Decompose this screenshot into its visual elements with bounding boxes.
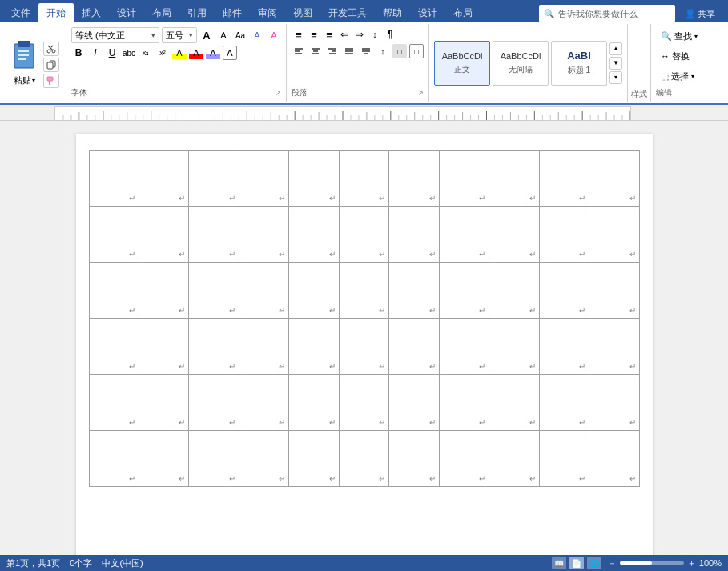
- table-cell[interactable]: ↵: [89, 431, 139, 487]
- table-cell[interactable]: ↵: [189, 375, 239, 431]
- style-heading1[interactable]: AaBl 标题 1: [551, 41, 607, 86]
- font-family-select[interactable]: 等线 (中文正 ▾: [71, 27, 159, 43]
- paste-button[interactable]: 粘贴 ▾: [6, 38, 42, 88]
- replace-button[interactable]: ↔ 替换: [656, 47, 702, 65]
- font-size-select[interactable]: 五号 ▾: [162, 27, 197, 43]
- table-cell[interactable]: ↵: [589, 263, 639, 319]
- border-button[interactable]: A: [223, 46, 237, 60]
- table-cell[interactable]: ↵: [389, 431, 439, 487]
- increase-font-button[interactable]: A: [199, 28, 214, 42]
- find-button[interactable]: 🔍 查找 ▾: [656, 27, 702, 45]
- menu-item-layout[interactable]: 布局: [144, 3, 179, 22]
- share-button[interactable]: 👤 共享: [682, 6, 718, 22]
- table-cell[interactable]: ↵: [339, 207, 388, 263]
- table-cell[interactable]: ↵: [439, 431, 489, 487]
- table-cell[interactable]: ↵: [539, 151, 589, 207]
- menu-item-references[interactable]: 引用: [179, 3, 215, 22]
- table-cell[interactable]: ↵: [89, 375, 139, 431]
- table-cell[interactable]: ↵: [289, 263, 339, 319]
- table-cell[interactable]: ↵: [139, 207, 188, 263]
- table-cell[interactable]: ↵: [189, 263, 239, 319]
- numbering-button[interactable]: ≡: [307, 27, 321, 42]
- document-page[interactable]: ↵↵↵↵↵↵↵↵↵↵↵↵↵↵↵↵↵↵↵↵↵↵↵↵↵↵↵↵↵↵↵↵↵↵↵↵↵↵↵↵…: [76, 134, 653, 571]
- table-cell[interactable]: ↵: [389, 151, 439, 207]
- menu-item-design[interactable]: 设计: [109, 3, 144, 22]
- table-cell[interactable]: ↵: [439, 375, 489, 431]
- table-cell[interactable]: ↵: [339, 375, 388, 431]
- bullets-button[interactable]: ≡: [292, 27, 306, 42]
- table-cell[interactable]: ↵: [239, 151, 288, 207]
- table-cell[interactable]: ↵: [189, 431, 239, 487]
- table-cell[interactable]: ↵: [89, 207, 139, 263]
- style-no-spacing[interactable]: AaBbCcDi 无间隔: [493, 41, 549, 86]
- table-cell[interactable]: ↵: [239, 319, 288, 375]
- line-spacing-button[interactable]: ↕: [376, 44, 390, 58]
- para-expand-icon[interactable]: ↗: [418, 90, 424, 97]
- table-cell[interactable]: ↵: [339, 151, 388, 207]
- table-cell[interactable]: ↵: [289, 375, 339, 431]
- table-cell[interactable]: ↵: [589, 375, 639, 431]
- shading-button[interactable]: A: [206, 46, 220, 60]
- styles-scroll-up-button[interactable]: ▲: [609, 42, 622, 55]
- table-cell[interactable]: ↵: [439, 319, 489, 375]
- indent-more-button[interactable]: ⇒: [352, 27, 367, 42]
- word-table[interactable]: ↵↵↵↵↵↵↵↵↵↵↵↵↵↵↵↵↵↵↵↵↵↵↵↵↵↵↵↵↵↵↵↵↵↵↵↵↵↵↵↵…: [89, 150, 640, 487]
- shading-bg-button[interactable]: □: [392, 44, 407, 58]
- menu-item-review[interactable]: 审阅: [250, 3, 285, 22]
- justify-button[interactable]: [342, 44, 356, 58]
- table-cell[interactable]: ↵: [339, 263, 388, 319]
- table-cell[interactable]: ↵: [239, 263, 288, 319]
- decrease-font-button[interactable]: A: [216, 28, 231, 42]
- table-cell[interactable]: ↵: [239, 431, 288, 487]
- table-cell[interactable]: ↵: [239, 207, 288, 263]
- format-painter-button[interactable]: [43, 74, 59, 88]
- table-cell[interactable]: ↵: [239, 375, 288, 431]
- table-cell[interactable]: ↵: [339, 431, 388, 487]
- table-cell[interactable]: ↵: [489, 263, 539, 319]
- zoom-out-button[interactable]: －: [608, 557, 617, 569]
- sort-button[interactable]: ↕: [368, 27, 382, 42]
- zoom-in-button[interactable]: ＋: [687, 557, 696, 569]
- table-cell[interactable]: ↵: [139, 263, 188, 319]
- clear-format-button[interactable]: A: [250, 28, 264, 42]
- align-right-button[interactable]: [325, 44, 340, 58]
- table-cell[interactable]: ↵: [189, 319, 239, 375]
- bold-button[interactable]: B: [71, 46, 86, 60]
- subscript-button[interactable]: x₂: [139, 46, 153, 60]
- table-cell[interactable]: ↵: [489, 431, 539, 487]
- table-cell[interactable]: ↵: [289, 151, 339, 207]
- styles-scroll-down-button[interactable]: ▼: [609, 57, 622, 70]
- table-cell[interactable]: ↵: [389, 375, 439, 431]
- menu-item-layout2[interactable]: 布局: [445, 3, 481, 22]
- search-box-header[interactable]: 🔍 告诉我你想要做什么: [539, 5, 675, 22]
- table-cell[interactable]: ↵: [439, 263, 489, 319]
- menu-item-file[interactable]: 文件: [3, 3, 38, 22]
- highlight-button[interactable]: A: [172, 46, 187, 60]
- text-effects-button[interactable]: A: [267, 28, 281, 42]
- menu-item-help[interactable]: 帮助: [375, 3, 410, 22]
- table-cell[interactable]: ↵: [439, 207, 489, 263]
- print-layout-button[interactable]: 📄: [569, 557, 584, 569]
- table-cell[interactable]: ↵: [89, 319, 139, 375]
- strikethrough-button[interactable]: abc: [122, 46, 136, 60]
- table-cell[interactable]: ↵: [189, 151, 239, 207]
- underline-button[interactable]: U: [105, 46, 119, 60]
- border-para-button[interactable]: □: [409, 44, 424, 58]
- table-cell[interactable]: ↵: [589, 319, 639, 375]
- table-cell[interactable]: ↵: [539, 207, 589, 263]
- zoom-slider[interactable]: [620, 561, 684, 565]
- select-button[interactable]: ⬚ 选择 ▾: [656, 67, 702, 85]
- distributed-button[interactable]: [359, 44, 373, 58]
- style-normal[interactable]: AaBbCcDi 正文: [434, 41, 490, 86]
- cut-button[interactable]: [43, 42, 59, 56]
- table-cell[interactable]: ↵: [139, 151, 188, 207]
- align-left-button[interactable]: [292, 44, 306, 58]
- table-cell[interactable]: ↵: [289, 319, 339, 375]
- table-cell[interactable]: ↵: [389, 207, 439, 263]
- indent-less-button[interactable]: ⇐: [337, 27, 352, 42]
- table-cell[interactable]: ↵: [289, 431, 339, 487]
- read-mode-button[interactable]: 📖: [552, 557, 566, 569]
- table-cell[interactable]: ↵: [489, 151, 539, 207]
- table-cell[interactable]: ↵: [489, 319, 539, 375]
- multilevel-list-button[interactable]: ≡: [322, 27, 336, 42]
